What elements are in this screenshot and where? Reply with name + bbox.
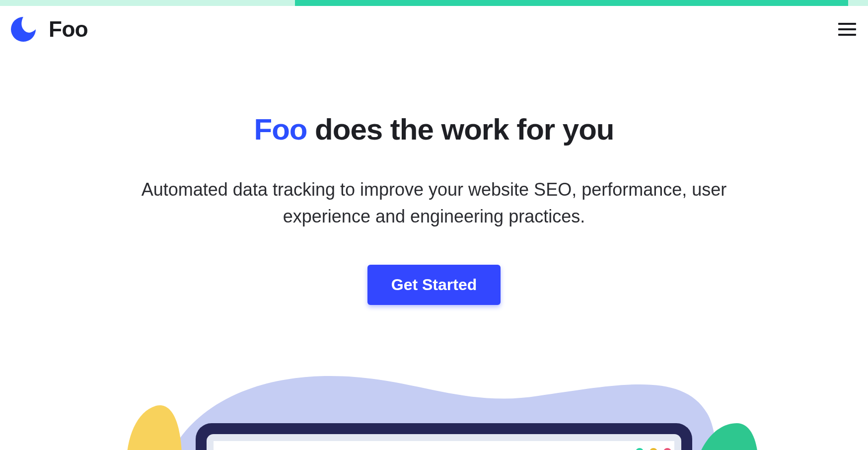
- hero-title: Foo does the work for you: [121, 112, 747, 147]
- header: Foo: [0, 6, 868, 53]
- hero-subtitle: Automated data tracking to improve your …: [121, 176, 747, 230]
- hero-title-brand: Foo: [254, 113, 307, 146]
- logo-icon: [9, 15, 38, 44]
- get-started-button[interactable]: Get Started: [367, 265, 501, 305]
- header-brand[interactable]: Foo: [9, 15, 88, 44]
- progress-bar: [0, 0, 868, 6]
- hero-title-text: does the work for you: [307, 113, 614, 146]
- progress-bar-fill: [295, 0, 848, 6]
- hero-section: Foo does the work for you Automated data…: [121, 53, 747, 305]
- hamburger-menu-icon[interactable]: [838, 23, 856, 36]
- hero-illustration: [0, 354, 868, 450]
- logo-text: Foo: [49, 17, 88, 42]
- svg-rect-2: [214, 441, 674, 450]
